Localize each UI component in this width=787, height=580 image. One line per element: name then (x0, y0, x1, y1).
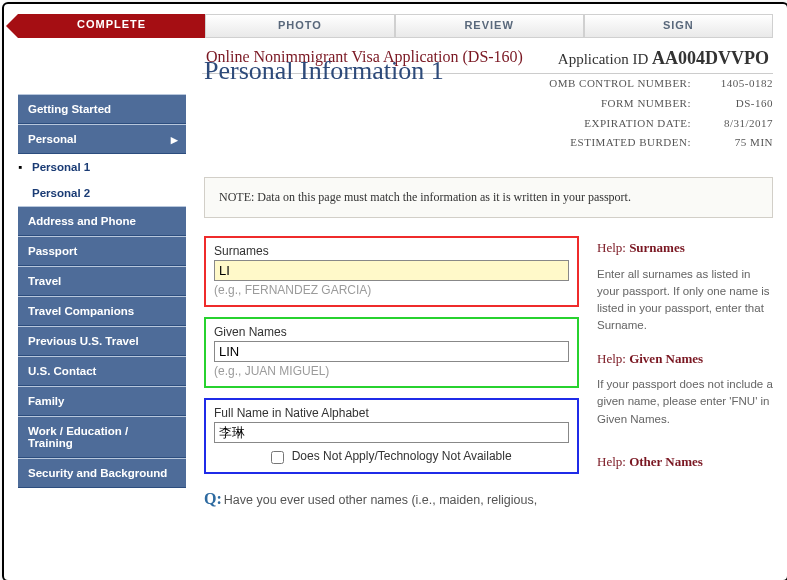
sidebar-item-travel-companions[interactable]: Travel Companions (18, 296, 186, 326)
page-title: Personal Information 1 (204, 56, 444, 86)
native-name-label: Full Name in Native Alphabet (214, 406, 569, 420)
help-panel: Help: Surnames Enter all surnames as lis… (597, 236, 773, 507)
surnames-input[interactable] (214, 260, 569, 281)
help-given-body: If your passport does not include a give… (597, 376, 773, 428)
sidebar-item-previous-us-travel[interactable]: Previous U.S. Travel (18, 326, 186, 356)
passport-note: NOTE: Data on this page must match the i… (204, 177, 773, 218)
help-given-title: Help: Given Names (597, 349, 773, 369)
sidebar-item-address-phone[interactable]: Address and Phone (18, 206, 186, 236)
application-id: Application ID AA004DVVPO (558, 48, 769, 69)
given-names-label: Given Names (214, 325, 569, 339)
surnames-group: Surnames (e.g., FERNANDEZ GARCIA) (204, 236, 579, 307)
surnames-label: Surnames (214, 244, 569, 258)
sidebar-sub-personal-2[interactable]: Personal 2 (18, 180, 186, 206)
help-surnames-title: Help: Surnames (597, 238, 773, 258)
sidebar-item-getting-started[interactable]: Getting Started (18, 94, 186, 124)
sidebar: Getting Started Personal Personal 1 Pers… (18, 94, 186, 508)
native-not-apply-label: Does Not Apply/Technology Not Available (292, 449, 512, 463)
help-other-title: Help: Other Names (597, 452, 773, 472)
given-names-group: Given Names (e.g., JUAN MIGUEL) (204, 317, 579, 388)
sidebar-sub-personal-1[interactable]: Personal 1 (18, 154, 186, 180)
tab-sign[interactable]: SIGN (584, 14, 773, 38)
native-name-input[interactable] (214, 422, 569, 443)
sidebar-item-personal[interactable]: Personal (18, 124, 186, 154)
tab-photo[interactable]: PHOTO (205, 14, 394, 38)
given-names-hint: (e.g., JUAN MIGUEL) (214, 364, 569, 378)
progress-tabs: COMPLETE PHOTO REVIEW SIGN (18, 14, 773, 38)
sidebar-item-us-contact[interactable]: U.S. Contact (18, 356, 186, 386)
help-surnames-body: Enter all surnames as listed in your pas… (597, 266, 773, 335)
sidebar-item-passport[interactable]: Passport (18, 236, 186, 266)
tab-complete[interactable]: COMPLETE (18, 14, 205, 38)
sidebar-item-security-background[interactable]: Security and Background (18, 458, 186, 488)
sidebar-item-work-education[interactable]: Work / Education / Training (18, 416, 186, 458)
other-names-question: Q:Have you ever used other names (i.e., … (204, 490, 579, 508)
sidebar-item-travel[interactable]: Travel (18, 266, 186, 296)
native-name-group: Full Name in Native Alphabet Does Not Ap… (204, 398, 579, 473)
native-not-apply-checkbox[interactable] (271, 451, 284, 464)
surnames-hint: (e.g., FERNANDEZ GARCIA) (214, 283, 569, 297)
sidebar-item-family[interactable]: Family (18, 386, 186, 416)
tab-review[interactable]: REVIEW (395, 14, 584, 38)
given-names-input[interactable] (214, 341, 569, 362)
